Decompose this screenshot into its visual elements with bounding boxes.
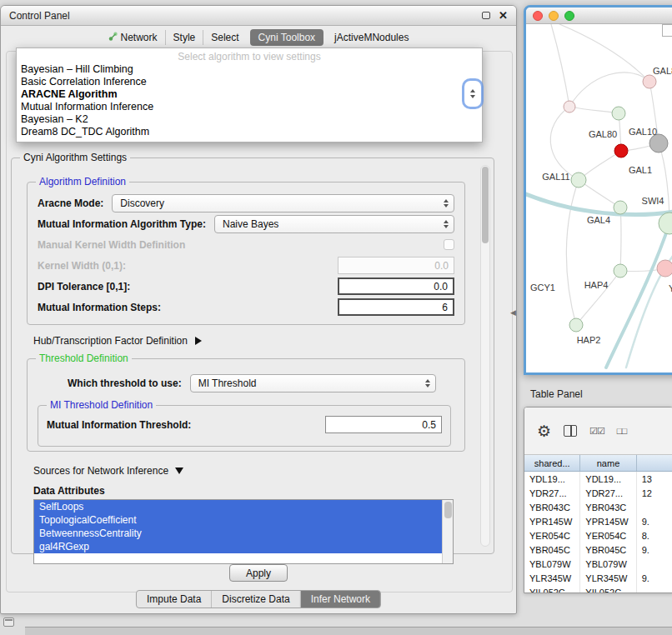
table-cell: 13: [637, 472, 672, 486]
tab-select[interactable]: Select: [203, 30, 246, 45]
table-cell: YLR345W: [524, 571, 580, 585]
table-row[interactable]: YBL079WYBL079W: [524, 557, 672, 571]
network-node[interactable]: [614, 201, 627, 214]
deselect-all-checks-icon[interactable]: □□: [617, 426, 626, 436]
minimized-window-icon[interactable]: [3, 618, 14, 627]
control-panel-titlebar[interactable]: Control Panel ✕: [1, 6, 516, 26]
data-attributes-list[interactable]: SelfLoopsTopologicalCoefficientBetweenne…: [33, 499, 454, 564]
scrollbar-thumb[interactable]: [482, 167, 489, 243]
scrollbar-thumb[interactable]: [444, 502, 452, 518]
gear-icon[interactable]: ⚙: [537, 423, 551, 439]
column-header[interactable]: shared...: [524, 455, 580, 471]
table-cell: [637, 557, 672, 571]
minimize-traffic-light-icon[interactable]: [549, 11, 559, 21]
column-header[interactable]: name: [580, 455, 636, 471]
mi-threshold-group-title: MI Threshold Definition: [47, 399, 156, 411]
bottom-tab-discretize-data[interactable]: Discretize Data: [211, 591, 299, 608]
which-threshold-value: MI Threshold: [198, 378, 257, 389]
network-edge: [620, 208, 621, 271]
algorithm-definition-group: Algorithm Definition Aracne Mode: Discov…: [27, 182, 465, 325]
scroll-up-button[interactable]: [662, 24, 672, 37]
network-node[interactable]: [643, 75, 656, 88]
network-node[interactable]: [614, 264, 627, 278]
which-threshold-combo[interactable]: MI Threshold: [190, 374, 436, 392]
network-node[interactable]: [612, 107, 625, 120]
panel-collapse-icon[interactable]: ◀: [510, 308, 516, 317]
aracne-mode-row: Aracne Mode: Discovery: [38, 192, 454, 213]
network-node[interactable]: [571, 172, 586, 188]
zoom-traffic-light-icon[interactable]: [564, 11, 574, 21]
tab-label: Network: [121, 32, 158, 43]
network-node[interactable]: [659, 212, 672, 234]
network-window-titlebar[interactable]: [526, 8, 672, 24]
list-scrollbar[interactable]: [442, 500, 453, 563]
float-window-icon[interactable]: [482, 12, 490, 19]
algorithm-option[interactable]: ARACNE Algorithm: [17, 88, 482, 101]
table-row[interactable]: YDR27...YDR27...12: [524, 486, 672, 500]
network-canvas[interactable]: GAL8GAL80GAL10GAL11GAL1SWI4GAL4GCY1HAP4H…: [526, 24, 672, 372]
table-row[interactable]: YBR045CYBR045C9.: [524, 542, 672, 557]
select-all-checks-icon[interactable]: ☑☑: [589, 426, 604, 437]
network-node[interactable]: [614, 144, 628, 158]
sources-toggle[interactable]: Sources for Network Inference: [33, 465, 462, 477]
kernel-width-input: 0.0: [338, 257, 454, 274]
table-row[interactable]: YLR345WYLR345W9.: [524, 571, 672, 585]
table-row[interactable]: YIL052CYIL052C: [524, 585, 672, 593]
collapse-down-icon: [175, 468, 183, 474]
attribute-item[interactable]: SelfLoops: [34, 500, 442, 513]
table-cell: YPR145W: [524, 514, 580, 528]
algorithm-option[interactable]: Basic Correlation Inference: [17, 76, 482, 88]
algorithm-option[interactable]: Bayesian – K2: [17, 113, 482, 126]
control-panel-window: Control Panel ✕ NetworkStyleSelectCyni T…: [0, 5, 517, 614]
network-edge: [569, 107, 619, 113]
algorithm-popup-list: Bayesian – Hill ClimbingBasic Correlatio…: [17, 63, 482, 138]
mi-steps-input[interactable]: 6: [338, 298, 454, 316]
column-header[interactable]: [637, 455, 672, 471]
mi-type-combo[interactable]: Naive Bayes: [214, 215, 454, 233]
mi-threshold-input[interactable]: 0.5: [325, 416, 442, 433]
algorithm-option[interactable]: Bayesian – Hill Climbing: [17, 63, 482, 76]
network-node[interactable]: [564, 101, 575, 112]
network-node[interactable]: [569, 318, 583, 332]
attribute-item[interactable]: gal4RGexp: [34, 540, 442, 553]
combo-arrows-icon: [444, 220, 449, 228]
network-node[interactable]: [649, 134, 668, 152]
aracne-mode-combo[interactable]: Discovery: [112, 194, 454, 212]
bottom-tab-infer-network[interactable]: Infer Network: [300, 591, 380, 608]
node-label: Y: [669, 283, 672, 293]
network-node[interactable]: [657, 260, 672, 277]
node-table: shared...name YDL19...YDL19...13YDR27...…: [524, 454, 672, 593]
tab-cyni-toolbox[interactable]: Cyni Toolbox: [250, 29, 323, 46]
tab-label: Cyni Toolbox: [258, 32, 315, 43]
table-row[interactable]: YBR043CYBR043C: [524, 500, 672, 514]
table-cell: YDR27...: [580, 486, 636, 500]
algorithm-option[interactable]: Mutual Information Inference: [17, 101, 482, 113]
desktop: Control Panel ✕ NetworkStyleSelectCyni T…: [0, 0, 672, 635]
table-row[interactable]: YER054CYER054C8.: [524, 528, 672, 542]
tab-jactivemnodules[interactable]: jActiveMNodules: [327, 30, 416, 45]
node-label: GCY1: [530, 282, 555, 292]
attribute-item[interactable]: BetweennessCentrality: [34, 527, 442, 540]
table-row[interactable]: YDL19...YDL19...13: [524, 472, 672, 486]
apply-button[interactable]: Apply: [229, 564, 288, 582]
columns-icon[interactable]: [564, 425, 577, 437]
table-body: YDL19...YDL19...13YDR27...YDR27...12YBR0…: [524, 472, 672, 593]
bottom-tab-impute-data[interactable]: Impute Data: [137, 591, 211, 608]
hub-definition-toggle[interactable]: Hub/Transcription Factor Definition: [33, 335, 462, 347]
algorithm-option[interactable]: Dream8 DC_TDC Algorithm: [17, 126, 482, 138]
tab-style[interactable]: Style: [165, 30, 203, 45]
close-window-icon[interactable]: ✕: [499, 10, 508, 21]
tab-network[interactable]: Network: [101, 30, 165, 45]
attribute-item[interactable]: TopologicalCoefficient: [34, 513, 442, 527]
which-threshold-row: Which threshold to use: MI Threshold: [28, 372, 464, 393]
expand-right-icon: [195, 337, 202, 345]
manual-kernel-checkbox[interactable]: [444, 239, 454, 250]
settings-scrollbar[interactable]: [480, 165, 490, 547]
mi-threshold-label: Mutual Information Threshold:: [47, 419, 191, 431]
dpi-tolerance-input[interactable]: 0.0: [338, 278, 454, 295]
aracne-mode-label: Aracne Mode:: [38, 198, 103, 209]
table-row[interactable]: YPR145WYPR145W9.: [524, 514, 672, 528]
mi-type-label: Mutual Information Algorithm Type:: [38, 218, 206, 230]
algorithm-combo-arrows[interactable]: [464, 81, 481, 107]
close-traffic-light-icon[interactable]: [533, 11, 543, 21]
